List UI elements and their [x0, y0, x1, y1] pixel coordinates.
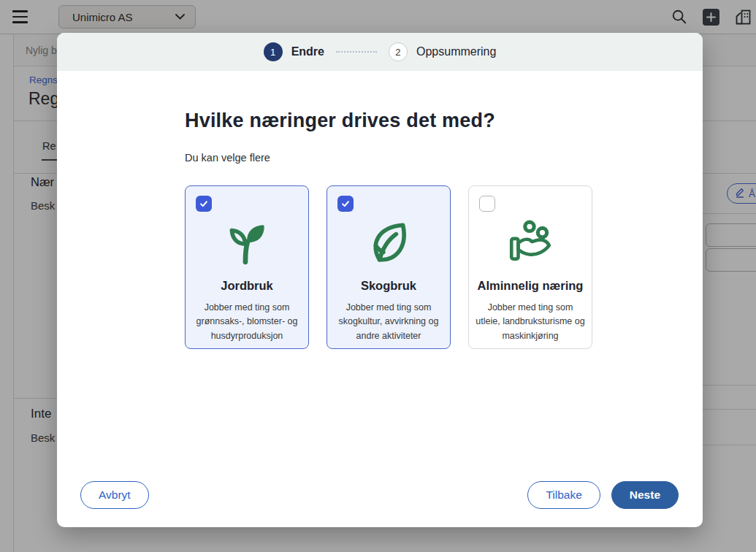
step-1-label: Endre [291, 45, 324, 58]
card-description: Jobber med ting som utleie, landbrukstur… [475, 301, 586, 343]
card-title: Jordbruk [221, 279, 273, 293]
leaf-icon [364, 216, 413, 269]
card-description: Jobber med ting som grønnsaks-, blomster… [191, 301, 302, 343]
card-alminnelig-naering[interactable]: Alminnelig næring Jobber med ting som ut… [468, 185, 592, 349]
wizard-modal: 1 Endre 2 Oppsummering Hvilke næringer d… [57, 33, 703, 527]
card-skogbruk[interactable]: Skogbruk Jobber med ting som skogkultur,… [327, 185, 451, 349]
card-title: Skogbruk [361, 279, 416, 293]
step-2-label: Oppsummering [416, 45, 496, 58]
question-title: Hvilke næringer drives det med? [185, 110, 703, 132]
card-checkbox[interactable] [337, 196, 354, 212]
step-connector [336, 51, 377, 53]
sprout-icon [223, 216, 271, 269]
cancel-button[interactable]: Avbryt [80, 481, 149, 509]
hand-coins-icon [506, 216, 554, 269]
modal-body: Hvilke næringer drives det med? Du kan v… [57, 71, 703, 349]
wizard-steps: 1 Endre 2 Oppsummering [57, 33, 703, 71]
step-1: 1 Endre [264, 42, 324, 61]
step-1-number: 1 [264, 42, 283, 61]
option-cards: Jordbruk Jobber med ting som grønnsaks-,… [185, 185, 703, 349]
footer-right-group: Tilbake Neste [527, 481, 679, 509]
card-checkbox[interactable] [196, 196, 212, 212]
modal-footer: Avbryt Tilbake Neste [80, 481, 679, 509]
back-button[interactable]: Tilbake [527, 481, 600, 509]
card-title: Alminnelig næring [478, 279, 584, 293]
card-checkbox[interactable] [479, 196, 495, 212]
card-description: Jobber med ting som skogkultur, avvirkni… [333, 301, 444, 343]
step-2: 2 Oppsummering [389, 42, 496, 61]
step-2-number: 2 [389, 42, 408, 61]
card-jordbruk[interactable]: Jordbruk Jobber med ting som grønnsaks-,… [185, 185, 309, 349]
question-subtitle: Du kan velge flere [185, 152, 703, 164]
next-button[interactable]: Neste [611, 481, 679, 509]
